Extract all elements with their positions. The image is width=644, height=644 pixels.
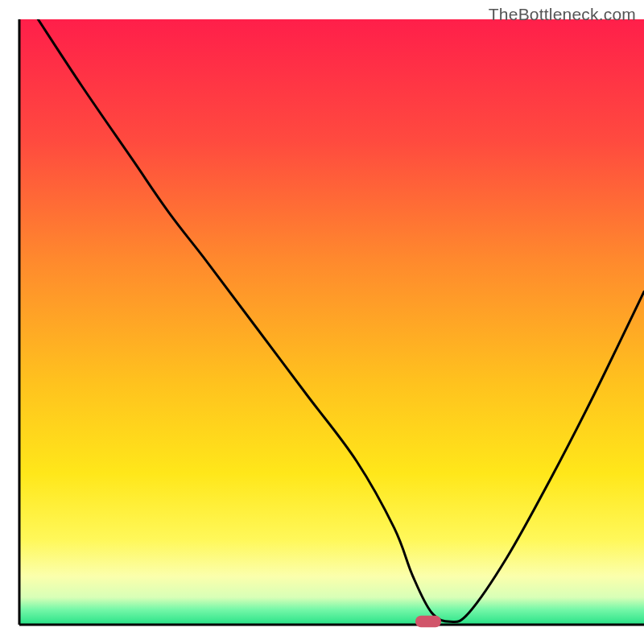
optimum-marker: [415, 616, 441, 627]
watermark-text: TheBottleneck.com: [489, 5, 636, 24]
gradient-background: [19, 19, 644, 625]
chart-canvas: [0, 0, 644, 644]
chart-svg: [0, 0, 644, 644]
